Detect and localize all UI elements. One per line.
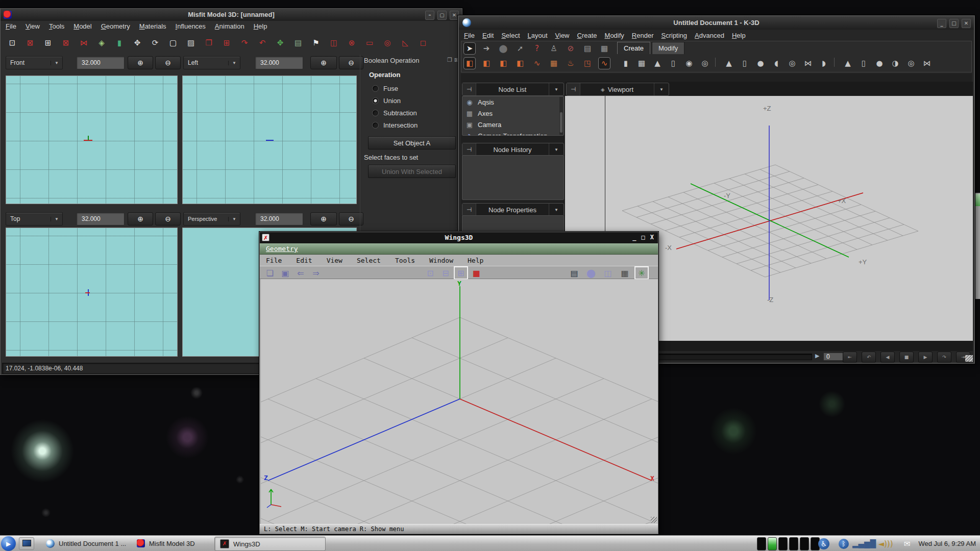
ground-plane-toggle-icon[interactable]: ▦ (619, 267, 631, 279)
resize-grip[interactable] (965, 355, 973, 362)
view-select-left[interactable]: Left ▼ (183, 56, 240, 69)
k3d-menu-help[interactable]: Help (732, 32, 746, 39)
misfit-menu-animation[interactable]: Animation (215, 22, 244, 30)
misfit-menu-model[interactable]: Model (74, 22, 91, 30)
maximize-button[interactable]: □ (642, 234, 645, 241)
select-bone-joints-icon[interactable]: ⋈ (78, 37, 89, 48)
select-edges-icon[interactable]: ◧ (498, 58, 509, 69)
misfit-menu-tools[interactable]: Tools (49, 22, 64, 30)
tab-create[interactable]: Create (617, 42, 650, 54)
misfit-menu-help[interactable]: Help (254, 22, 267, 30)
k3d-menu-modify[interactable]: Modify (605, 32, 624, 39)
axes-toggle-icon[interactable]: ✳ (635, 267, 648, 279)
zoom-level-top[interactable]: 32.000 (76, 212, 125, 226)
zoom-in-button[interactable]: ⊕ (128, 56, 153, 69)
select-nodes-icon[interactable]: ◧ (464, 58, 475, 69)
show-desktop-button[interactable] (19, 537, 34, 550)
task-misfit[interactable]: Misfit Model 3D (132, 537, 200, 550)
tab-modify[interactable]: Modify (652, 42, 684, 54)
accessibility-icon[interactable]: ♿ (818, 538, 829, 549)
node-list-panel-title[interactable]: Node List (476, 83, 549, 95)
bluetooth-icon[interactable]: ᛒ (839, 539, 849, 549)
node-axes[interactable]: ▦Axes (462, 108, 564, 119)
sphere-icon[interactable]: ● (755, 58, 766, 69)
view-select-perspective[interactable]: Perspective ▼ (183, 212, 240, 226)
workspace-4[interactable] (789, 537, 798, 550)
edge-select-mode-icon[interactable]: ⊟ (439, 267, 452, 279)
sphere-primitive-icon[interactable]: ⊗ (346, 37, 357, 48)
misfit-menu-view[interactable]: View (26, 22, 40, 30)
save-file-icon[interactable]: ▣ (279, 267, 291, 279)
zoom-level-front[interactable]: 32.000 (76, 56, 125, 69)
rotate-tool-icon[interactable]: ⟳ (150, 37, 161, 48)
wings-menu-help[interactable]: Help (468, 257, 483, 264)
cylinder-primitive-icon[interactable]: ▭ (364, 37, 375, 48)
open-file-icon[interactable]: ❏ (264, 267, 276, 279)
texture-doc-icon[interactable]: ❐ (203, 37, 214, 48)
minimize-button[interactable]: _ (632, 234, 636, 241)
viewport-panel-title[interactable]: ◈ Viewport (580, 83, 654, 95)
redo-icon[interactable]: ⇒ (310, 267, 322, 279)
nurbs-cone-icon[interactable]: ▲ (723, 58, 734, 69)
node-list-scrollbar[interactable] (559, 97, 563, 135)
zoom-in-button[interactable]: ⊕ (310, 212, 337, 226)
node-history[interactable] (462, 155, 564, 200)
vertex-tool-icon[interactable]: ⊞ (221, 37, 232, 48)
render-blob-icon[interactable]: ⬤ (498, 43, 509, 54)
k3d-menu-edit[interactable]: Edit (482, 32, 494, 39)
maximize-button[interactable]: ▢ (437, 11, 447, 20)
face-select-mode-icon[interactable]: ⊞ (455, 267, 467, 279)
viewport-resize-grip[interactable] (651, 517, 657, 523)
poly-sphere-icon[interactable]: ● (874, 58, 885, 69)
mail-icon[interactable]: ✉ (901, 538, 913, 550)
select-vertices-icon[interactable]: ◧ (481, 58, 492, 69)
misfit-menu-file[interactable]: File (6, 22, 16, 30)
lattice-tool-icon[interactable]: ▦ (548, 58, 559, 69)
volume-icon[interactable]: ◄))) (879, 538, 892, 550)
render-frame-icon[interactable]: ▤ (582, 43, 593, 54)
set-object-a-button[interactable]: Set Object A (368, 136, 456, 149)
smooth-preview-icon[interactable]: ⬤ (585, 267, 597, 279)
move-tool-icon[interactable]: ✥ (132, 37, 143, 48)
select-connected-icon[interactable]: ⊞ (42, 37, 54, 48)
nurbs-cylinder-icon[interactable]: ▯ (739, 58, 750, 69)
network-signal-icon[interactable]: ▂▄▆█ (858, 538, 870, 550)
cylinder-icon[interactable]: ▯ (668, 58, 679, 69)
zoom-out-button[interactable]: ⊖ (155, 56, 181, 69)
context-help-icon[interactable]: ? (531, 43, 543, 54)
chevron-down-icon[interactable]: ▼ (549, 143, 564, 156)
node-camera-transformation[interactable]: ◗Camera Transformation (462, 130, 564, 136)
curve-out-icon[interactable]: ↷ (239, 37, 250, 48)
pin-icon[interactable]: ⊣ (462, 83, 476, 95)
torus-primitive-icon[interactable]: ◎ (382, 37, 393, 48)
wireframe-cube-icon[interactable]: ◫ (602, 267, 614, 279)
k3d-menu-view[interactable]: View (555, 32, 570, 39)
wings-menu-edit[interactable]: Edit (296, 257, 312, 264)
misfit-titlebar[interactable]: Misfit Model 3D: [unnamed] –▢✕ (1, 9, 462, 21)
radio-intersection[interactable]: Intersection (372, 119, 459, 131)
undo-icon[interactable]: ⇐ (295, 267, 307, 279)
cube-primitive-icon[interactable]: ◫ (328, 37, 339, 48)
body-select-mode-icon[interactable]: ■ (470, 267, 482, 279)
k3d-menu-scripting[interactable]: Scripting (662, 32, 688, 39)
misfit-menu-influences[interactable]: Influences (176, 22, 206, 30)
hemisphere-icon[interactable]: ◖ (771, 58, 782, 69)
pin-icon[interactable]: ⊣ (567, 83, 580, 95)
timeline-play-icon[interactable]: ▶ (815, 353, 819, 359)
union-with-selected-button[interactable]: Union With Selected (368, 165, 456, 178)
view-select-top[interactable]: Top ▼ (6, 212, 63, 226)
chevron-down-icon[interactable]: ▼ (549, 83, 564, 95)
misfit-menu-materials[interactable]: Materials (139, 22, 166, 30)
scrollbar-thumb[interactable] (560, 112, 562, 133)
geometry-graph-icon[interactable]: ▤ (568, 267, 580, 279)
zoom-level-perspective[interactable]: 32.000 (255, 212, 303, 226)
grid-icon[interactable]: ▦ (636, 58, 647, 69)
stop-button[interactable]: ■ (899, 352, 914, 363)
flip-tool-icon[interactable]: ▨ (185, 37, 197, 48)
node-aqsis[interactable]: ◉Aqsis (462, 96, 564, 108)
triangle-primitive-icon[interactable]: ◺ (400, 37, 411, 48)
workspace-3[interactable] (778, 537, 788, 550)
task-wings3d[interactable]: ✗ Wings3D (214, 537, 326, 551)
pointer-tool-icon[interactable]: ➤ (464, 43, 475, 54)
k3d-menu-select[interactable]: Select (501, 32, 520, 39)
